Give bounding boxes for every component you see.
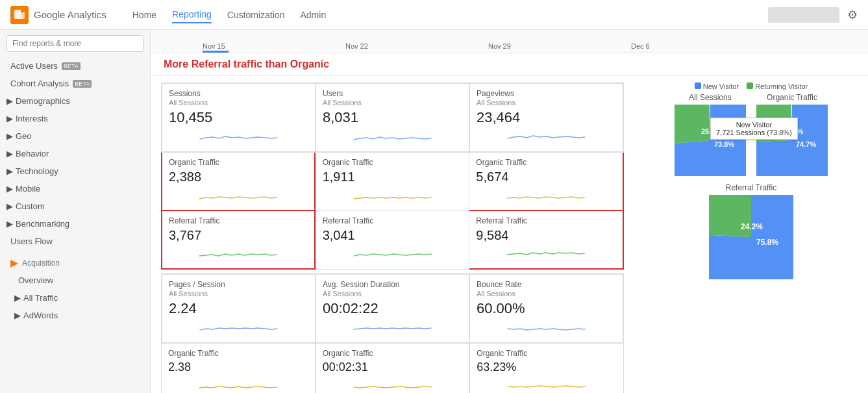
pie-referral-svg: 24.2% 75.8% [709,195,793,279]
date-dec6: Dec 6 [631,42,650,50]
nav-right: ⚙ [768,7,858,23]
users-value: 8,031 [323,109,462,126]
sessions-organic-label: Organic Traffic [169,158,308,167]
pageviews-organic-label: Organic Traffic [476,158,616,167]
users-organic-sparkline [323,188,463,203]
sidebar-item-all-traffic[interactable]: ▶ All Traffic [0,289,150,307]
date-bar: Nov 15 Nov 22 Nov 29 Dec 6 [151,30,868,53]
pie-all-sessions-svg: 26.2% 73.8% [675,105,746,176]
sidebar-item-adwords[interactable]: ▶ AdWords [0,307,150,324]
svg-text:73.8%: 73.8% [714,140,734,148]
sidebar-item-cohort[interactable]: Cohort Analysis BETA [0,75,150,92]
sidebar-item-active-users[interactable]: Active Users BETA [0,57,150,75]
duration-sublabel: All Sessions [323,290,462,298]
pages-sublabel: All Sessions [169,290,308,298]
bounce-value: 60.00% [477,300,616,317]
pie-all-sessions: All Sessions 26.2% 73.8% [675,93,746,178]
bounce-sublabel: All Sessions [477,290,616,298]
users-referral-label: Referral Traffic [323,216,463,225]
pages-organic-sparkline [168,378,308,392]
sessions-referral-value: 3,767 [169,228,308,243]
sidebar-item-users-flow[interactable]: Users Flow [0,233,150,250]
sessions-organic-value: 2,388 [169,170,308,184]
acquisition-label: Acquisition [22,259,60,268]
sidebar-item-technology[interactable]: ▶ Technology [0,162,150,180]
svg-rect-2 [19,12,25,19]
nav-home[interactable]: Home [132,7,156,23]
sessions-label: Sessions [169,89,308,98]
beta-badge-cohort: BETA [73,80,92,88]
sidebar-section-acquisition[interactable]: ▶ Acquisition [0,250,150,272]
bounce-organic-label: Organic Traffic [477,349,617,358]
custom-label: Custom [16,201,45,211]
svg-text:24.2%: 24.2% [741,222,763,231]
sidebar-item-geo[interactable]: ▶ Geo [0,127,150,145]
acquisition-icon: ▶ [10,257,18,269]
date-nov22: Nov 22 [345,42,368,50]
svg-text:75.8%: 75.8% [756,238,778,247]
sessions-value: 10,455 [169,109,308,126]
sessions-sublabel: All Sessions [169,99,308,107]
interests-arrow: ▶ [6,114,13,123]
sessions-referral-sparkline [169,247,308,261]
logo-text: Google Analytics [34,9,106,20]
pie-all-sessions-title: All Sessions [675,93,746,102]
pie-organic-svg: 25.3% 74.7% [756,105,828,176]
active-users-label: Active Users [10,61,58,71]
sidebar-item-overview[interactable]: Overview [0,272,150,289]
metric-users-organic: Organic Traffic 1,911 [316,153,470,211]
geo-arrow: ▶ [6,131,13,141]
sidebar-item-interests[interactable]: ▶ Interests [0,110,150,127]
bounce-label: Bounce Rate [477,280,616,289]
sidebar-item-benchmarking[interactable]: ▶ Benchmarking [0,215,150,233]
metric-pageviews-organic: Organic Traffic 5,674 [469,153,624,211]
pie-charts-panel: New Visitor Returning Visitor All Sessio… [634,76,868,393]
nav-customization[interactable]: Customization [227,7,285,23]
all-traffic-arrow: ▶ [14,293,21,303]
bounce-organic-sparkline [477,378,617,392]
user-avatar[interactable] [768,7,839,23]
sidebar-item-demographics[interactable]: ▶ Demographics [0,92,150,110]
content-area: Nov 15 Nov 22 Nov 29 Dec 6 More Referral… [151,30,868,393]
sessions-referral-label: Referral Traffic [169,216,308,225]
overview-label: Overview [18,275,53,285]
users-organic-label: Organic Traffic [323,158,463,167]
sidebar-item-behavior[interactable]: ▶ Behavior [0,145,150,162]
sidebar: Active Users BETA Cohort Analysis BETA ▶… [0,30,151,393]
geo-label: Geo [16,131,32,141]
metric-duration-organic: Organic Traffic 00:02:31 [316,344,470,393]
metric-pages-main: Pages / Session All Sessions 2.24 [162,274,316,343]
cohort-label: Cohort Analysis [10,79,69,88]
sidebar-item-custom[interactable]: ▶ Custom [0,197,150,215]
pageviews-organic-sparkline [476,188,616,203]
metric-pageviews-referral: Referral Traffic 9,584 [469,211,624,270]
sessions-sparkline [169,130,308,144]
adwords-label: AdWords [23,311,58,320]
date-nov15: Nov 15 [203,42,225,50]
pie-referral-title: Referral Traffic [641,183,862,192]
demographics-label: Demographics [16,96,70,106]
users-referral-sparkline [323,247,463,261]
duration-organic-value: 00:02:31 [323,361,463,374]
gear-icon[interactable]: ⚙ [847,8,858,22]
nav-reporting[interactable]: Reporting [172,6,212,23]
svg-text:74.7%: 74.7% [796,140,816,148]
metric-pages-organic: Organic Traffic 2.38 [161,344,316,393]
pageviews-referral-sparkline [476,247,616,261]
logo: Google Analytics [10,6,106,24]
pages-organic-label: Organic Traffic [168,349,308,358]
pages-label: Pages / Session [169,280,308,289]
nav-admin[interactable]: Admin [301,7,327,23]
sidebar-item-mobile[interactable]: ▶ Mobile [0,180,150,197]
annotation-text: More Referral traffic than Organic [151,53,868,76]
metric-bounce-organic: Organic Traffic 63.23% [469,344,624,393]
users-organic-value: 1,911 [323,170,463,184]
search-input[interactable] [6,35,143,52]
metric-duration-main: Avg. Session Duration All Sessions 00:02… [316,274,469,343]
pageviews-organic-value: 5,674 [476,170,616,184]
top-nav: Google Analytics Home Reporting Customiz… [0,0,868,30]
metric-sessions-organic: Organic Traffic 2,388 [161,153,316,211]
pie-referral-traffic: Referral Traffic 24.2% 75.8% [641,183,862,281]
new-visitor-legend: New Visitor [703,82,739,90]
behavior-arrow: ▶ [6,149,13,158]
